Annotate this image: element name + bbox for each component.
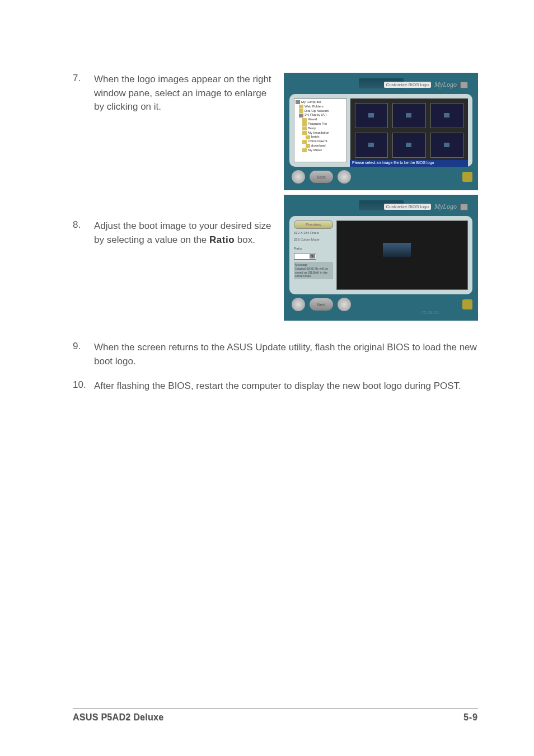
- screenshot-2-controls: Next: [289, 298, 472, 311]
- tree-label: My Computer: [301, 100, 321, 105]
- ratio-bold: Ratio: [209, 234, 235, 245]
- folder-icon: [302, 140, 307, 144]
- color-mode-text: 256 Colors Mode: [294, 238, 333, 242]
- tree-program-files[interactable]: Program File: [296, 122, 345, 126]
- thumbnail-5[interactable]: [392, 133, 425, 158]
- next-button[interactable]: Next: [310, 298, 333, 311]
- step-10-number: 10.: [73, 379, 94, 391]
- tree-officedraw[interactable]: OfficeDraw 9: [296, 139, 345, 144]
- ratio-dropdown[interactable]: ▾: [294, 253, 316, 260]
- preview-panel: [336, 220, 468, 290]
- resolution-text: 512 X 384 Pixels: [294, 231, 333, 236]
- folder-icon: [302, 148, 307, 152]
- folder-icon: [302, 118, 307, 122]
- next-nav-button[interactable]: [338, 170, 351, 184]
- mylogo-text-1: MyLogo: [434, 81, 457, 89]
- status-bar-1: Please select an image file to be the BI…: [350, 160, 468, 167]
- floppy-icon: [299, 114, 303, 118]
- thumbnail-2[interactable]: [392, 103, 425, 128]
- help-icon[interactable]: [462, 172, 472, 182]
- tree-my-computer[interactable]: My Computer: [296, 100, 345, 105]
- chevron-down-icon[interactable]: ▾: [310, 254, 315, 259]
- steps-7-8-section: 7. When the logo images appear on the ri…: [73, 73, 478, 325]
- tree-label: Wavel: [308, 118, 317, 122]
- step-8-text-after: box.: [235, 234, 255, 245]
- tree-web-folders[interactable]: Web Folders: [296, 105, 345, 109]
- tree-my-music[interactable]: My Music: [296, 148, 345, 153]
- tree-dialup[interactable]: Dial-Up Network: [296, 109, 345, 114]
- step-9: 9. When the screen returns to the ASUS U…: [73, 341, 478, 368]
- mylogo-tag-2: Customize BIOS logo: [384, 204, 431, 210]
- preview-label: Preview: [294, 220, 333, 229]
- footer-page-number: 5-9: [463, 712, 478, 722]
- tree-batch[interactable]: batch: [296, 135, 345, 139]
- mylogo-screenshot-2: Customize BIOS logo MyLogo Preview 512 X…: [284, 195, 478, 321]
- tree-download[interactable]: download: [296, 144, 345, 148]
- step-8-number: 8.: [73, 219, 94, 231]
- folder-icon: [306, 144, 310, 148]
- message-text: Original BIOS file will be saved as ZB.B…: [295, 267, 332, 278]
- thumbnails-panel: [350, 98, 468, 162]
- tree-my-install[interactable]: My Installation: [296, 131, 345, 135]
- step-10-text: After flashing the BIOS, restart the com…: [94, 379, 478, 393]
- spacer: [73, 125, 277, 219]
- step-7-number: 7.: [73, 73, 94, 84]
- thumbnail-6[interactable]: [430, 133, 463, 158]
- page-footer: ASUS P5AD2 Deluxe 5-9: [73, 708, 478, 722]
- back-button[interactable]: Back: [310, 171, 333, 183]
- folder-icon: [306, 135, 310, 139]
- folder-icon: [302, 126, 307, 130]
- right-screenshots-column: Customize BIOS logo MyLogo My Computer W…: [284, 73, 478, 325]
- tree-temp[interactable]: Temp: [296, 126, 345, 131]
- step-8: 8. Adjust the boot image to your desired…: [73, 219, 277, 247]
- thumbnail-1[interactable]: [355, 103, 388, 128]
- message-box: Message Original BIOS file will be saved…: [294, 262, 333, 279]
- steps-9-10-section: 9. When the screen returns to the ASUS U…: [73, 341, 478, 393]
- tree-label: batch: [311, 135, 320, 139]
- screenshot-2-panel: Preview 512 X 384 Pixels 256 Colors Mode…: [289, 216, 472, 294]
- screenshot-1-header: Customize BIOS logo MyLogo: [384, 81, 468, 89]
- tree-wavel[interactable]: Wavel: [296, 118, 345, 122]
- tree-label: Program File: [308, 122, 327, 126]
- tree-floppy[interactable]: 3½ Floppy (A:): [296, 113, 345, 118]
- next-nav-button[interactable]: [338, 298, 351, 311]
- step-9-text: When the screen returns to the ASUS Upda…: [94, 341, 478, 368]
- folder-icon: [299, 109, 303, 113]
- folder-icon: [299, 105, 303, 109]
- tree-label: download: [311, 144, 326, 148]
- step-7-text: When the logo images appear on the right…: [94, 73, 277, 114]
- tree-label: Temp: [308, 126, 316, 131]
- close-icon[interactable]: [460, 204, 468, 210]
- folder-icon: [302, 122, 307, 126]
- step-9-number: 9.: [73, 341, 94, 352]
- tree-label: Dial-Up Network: [305, 109, 329, 114]
- message-title: Message: [295, 263, 332, 267]
- close-icon[interactable]: [460, 82, 468, 88]
- mylogo-screenshot-1: Customize BIOS logo MyLogo My Computer W…: [284, 73, 478, 190]
- tree-label: My Music: [308, 148, 322, 153]
- step-8-text: Adjust the boot image to your desired si…: [94, 219, 277, 247]
- screenshot-1-panel: My Computer Web Folders Dial-Up Network …: [289, 94, 472, 167]
- thumbnail-4[interactable]: [355, 133, 388, 158]
- folder-tree[interactable]: My Computer Web Folders Dial-Up Network …: [294, 98, 347, 162]
- step-7: 7. When the logo images appear on the ri…: [73, 73, 277, 114]
- thumbnail-3[interactable]: [430, 103, 463, 128]
- step-10: 10. After flashing the BIOS, restart the…: [73, 379, 478, 393]
- tree-label: OfficeDraw 9: [308, 139, 327, 144]
- mylogo-text-2: MyLogo: [434, 203, 457, 211]
- prev-button[interactable]: [292, 170, 305, 184]
- computer-icon: [296, 100, 300, 104]
- screenshot-1-controls: Back: [289, 170, 472, 184]
- ratio-label: Ratio: [294, 247, 333, 251]
- page-content: 7. When the logo images appear on the ri…: [0, 0, 534, 393]
- version-label: V3.08.01: [421, 310, 439, 315]
- mylogo-tag-1: Customize BIOS logo: [384, 82, 431, 88]
- screenshot-2-header: Customize BIOS logo MyLogo: [384, 203, 468, 211]
- tree-label: 3½ Floppy (A:): [305, 113, 326, 118]
- help-icon[interactable]: [462, 299, 472, 309]
- prev-button[interactable]: [292, 298, 305, 311]
- folder-icon: [302, 131, 307, 135]
- left-text-column: 7. When the logo images appear on the ri…: [73, 73, 277, 325]
- tree-label: Web Folders: [305, 105, 324, 109]
- footer-product-name: ASUS P5AD2 Deluxe: [73, 712, 164, 722]
